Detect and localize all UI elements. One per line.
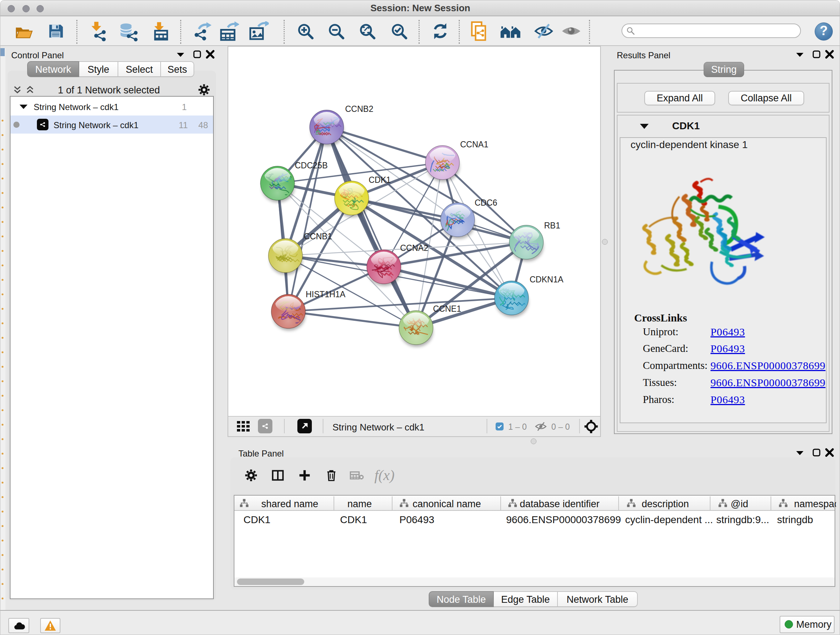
svg-text:HIST1H1A: HIST1H1A xyxy=(306,290,346,299)
svg-text:CCNB1: CCNB1 xyxy=(304,232,332,241)
svg-text:CDK1: CDK1 xyxy=(369,175,391,185)
svg-text:CCNA1: CCNA1 xyxy=(460,140,488,149)
svg-text:CDC25B: CDC25B xyxy=(295,161,328,170)
svg-text:CCNB2: CCNB2 xyxy=(345,104,373,114)
svg-text:RB1: RB1 xyxy=(544,221,561,230)
svg-text:CCNE1: CCNE1 xyxy=(433,304,461,314)
svg-text:CCNA2: CCNA2 xyxy=(400,243,428,253)
svg-text:CDKN1A: CDKN1A xyxy=(530,275,564,284)
svg-text:CDC6: CDC6 xyxy=(475,198,497,207)
